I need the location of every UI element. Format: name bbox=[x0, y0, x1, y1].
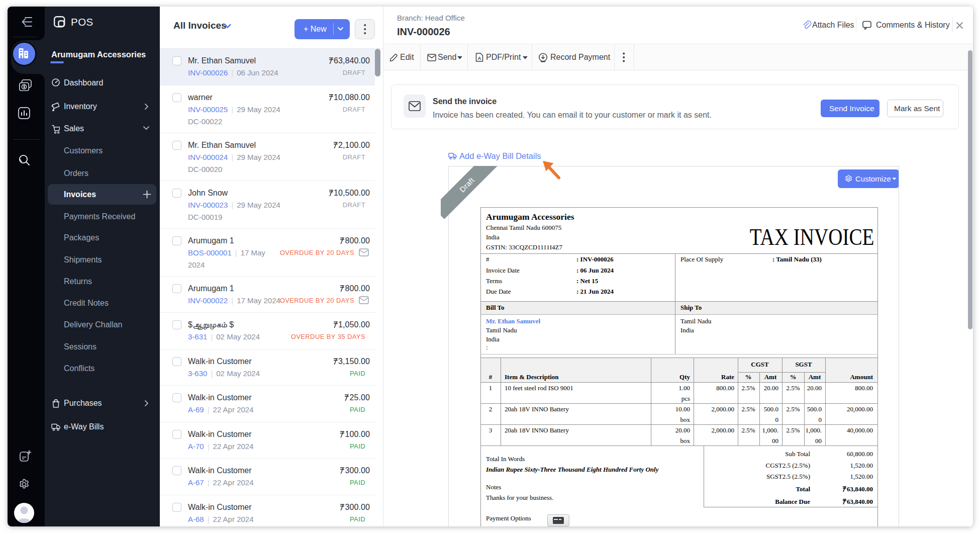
svg-text:A: A bbox=[478, 56, 481, 61]
